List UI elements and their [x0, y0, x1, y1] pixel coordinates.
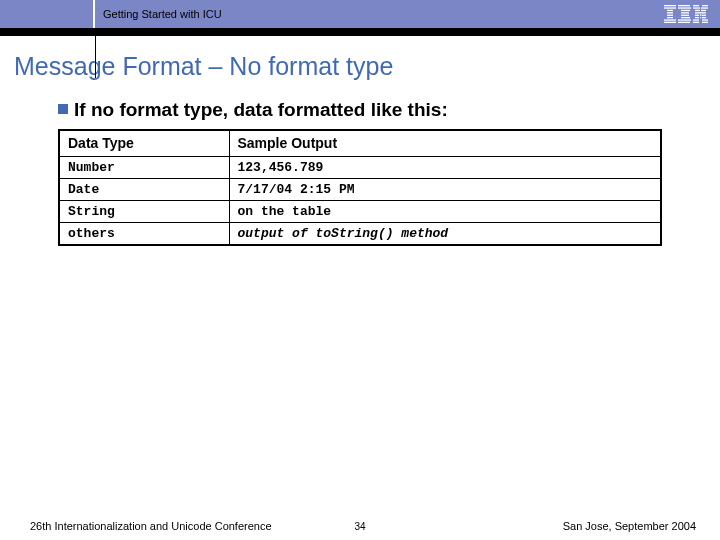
slide-body: If no format type, data formatted like t… [10, 99, 710, 246]
footer-right: San Jose, September 2004 [563, 520, 696, 532]
svg-rect-22 [695, 12, 706, 13]
svg-rect-17 [702, 5, 708, 6]
bullet-text: If no format type, data formatted like t… [74, 99, 448, 121]
svg-rect-8 [678, 5, 690, 6]
svg-rect-30 [702, 19, 708, 20]
svg-rect-26 [695, 17, 699, 18]
svg-rect-1 [664, 7, 676, 8]
cell-output: on the table [229, 200, 661, 222]
svg-rect-27 [700, 17, 701, 18]
svg-rect-13 [681, 17, 690, 18]
svg-rect-23 [695, 15, 699, 16]
header-title: Getting Started with ICU [95, 8, 222, 20]
svg-rect-7 [664, 22, 676, 23]
svg-rect-3 [667, 12, 673, 13]
side-rule [95, 36, 96, 78]
svg-rect-28 [702, 17, 706, 18]
bullet-icon [58, 104, 68, 114]
svg-rect-25 [702, 15, 706, 16]
ibm-logo-icon [664, 5, 708, 23]
header-bar: Getting Started with ICU [0, 0, 720, 28]
svg-rect-20 [695, 10, 700, 11]
svg-rect-9 [678, 7, 691, 8]
svg-rect-21 [701, 10, 706, 11]
cell-output: 123,456.789 [229, 156, 661, 178]
cell-type: String [59, 200, 229, 222]
svg-rect-31 [693, 22, 699, 23]
cell-output: output of toString() method [229, 222, 661, 245]
svg-rect-24 [700, 15, 702, 16]
table-header-row: Data Type Sample Output [59, 130, 661, 156]
svg-rect-14 [678, 19, 691, 20]
cell-type: Number [59, 156, 229, 178]
svg-rect-12 [681, 15, 689, 16]
cell-output: 7/17/04 2:15 PM [229, 178, 661, 200]
svg-rect-10 [681, 10, 690, 11]
svg-rect-5 [667, 17, 673, 18]
table-row: others output of toString() method [59, 222, 661, 245]
svg-rect-11 [681, 12, 689, 13]
header-divider [0, 0, 95, 28]
content-area: Message Format – No format type If no fo… [0, 36, 720, 246]
page-title: Message Format – No format type [10, 36, 710, 99]
svg-rect-18 [693, 7, 700, 8]
header-left: Getting Started with ICU [0, 0, 222, 28]
table-row: Date 7/17/04 2:15 PM [59, 178, 661, 200]
svg-rect-6 [664, 19, 676, 20]
svg-rect-15 [678, 22, 690, 23]
svg-rect-0 [664, 5, 676, 6]
table-header-type: Data Type [59, 130, 229, 156]
cell-type: Date [59, 178, 229, 200]
svg-rect-4 [667, 15, 673, 16]
svg-rect-2 [667, 10, 673, 11]
table-header-output: Sample Output [229, 130, 661, 156]
svg-rect-16 [693, 5, 699, 6]
footer: 26th Internationalization and Unicode Co… [0, 520, 720, 532]
dark-bar [0, 28, 720, 36]
svg-rect-29 [693, 19, 699, 20]
data-table: Data Type Sample Output Number 123,456.7… [58, 129, 662, 246]
footer-left: 26th Internationalization and Unicode Co… [30, 520, 272, 532]
svg-rect-32 [702, 22, 708, 23]
cell-type: others [59, 222, 229, 245]
svg-rect-19 [701, 7, 708, 8]
bullet-line: If no format type, data formatted like t… [58, 99, 662, 121]
table-row: String on the table [59, 200, 661, 222]
table-row: Number 123,456.789 [59, 156, 661, 178]
